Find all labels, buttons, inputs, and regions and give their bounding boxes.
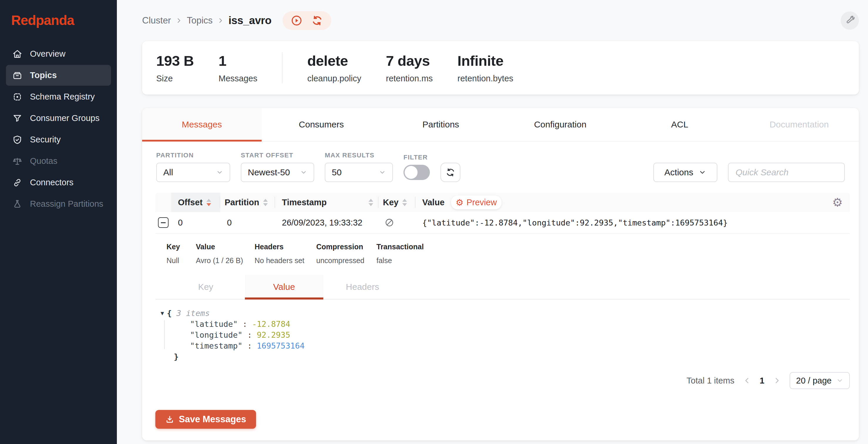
sidebar-item-overview[interactable]: Overview xyxy=(6,43,111,64)
json-field-longitude: "longitude" : 92.2935 xyxy=(161,329,859,340)
tab-consumers[interactable]: Consumers xyxy=(261,108,381,141)
column-header-partition[interactable]: Partition xyxy=(220,193,275,212)
cell-partition: 0 xyxy=(220,218,275,228)
refresh-icon[interactable] xyxy=(311,15,323,26)
chevron-down-icon xyxy=(699,168,706,176)
column-header-label: Partition xyxy=(225,198,259,207)
subtab-value[interactable]: Value xyxy=(245,275,323,299)
sidebar-item-topics[interactable]: Topics xyxy=(6,65,111,86)
stat-value: Infinite xyxy=(458,53,513,69)
collapse-caret-icon[interactable]: ▼ xyxy=(161,310,164,316)
sidebar-item-consumer-groups[interactable]: Consumer Groups xyxy=(6,108,111,129)
tab-documentation[interactable]: Documentation xyxy=(739,108,859,141)
sort-icon xyxy=(263,199,268,206)
meta-value-headers: No headers set xyxy=(255,256,316,265)
page-size-select[interactable]: 20 / page xyxy=(789,372,850,389)
column-header-offset[interactable]: Offset xyxy=(171,193,220,212)
wrench-icon xyxy=(845,15,855,26)
chevron-left-icon xyxy=(743,377,751,384)
stat-messages: 1 Messages xyxy=(218,53,257,84)
breadcrumb: Cluster Topics iss_avro xyxy=(142,11,331,30)
tab-messages[interactable]: Messages xyxy=(142,108,261,141)
topic-quick-actions xyxy=(282,11,331,30)
column-header-timestamp[interactable]: Timestamp xyxy=(275,193,378,212)
json-value: 1695753164 xyxy=(257,341,305,350)
partition-select[interactable]: All xyxy=(156,163,230,182)
preview-button[interactable]: ⚙ Preview xyxy=(451,196,501,210)
json-key: "timestamp" xyxy=(190,341,243,350)
json-value: -12.8784 xyxy=(252,319,290,328)
refresh-messages-button[interactable] xyxy=(440,163,460,182)
actions-button[interactable]: Actions xyxy=(653,163,717,182)
next-page-button[interactable] xyxy=(773,377,781,384)
stats-divider xyxy=(282,52,282,84)
partition-label: PARTITION xyxy=(156,152,230,159)
sidebar-item-quotas[interactable]: Quotas xyxy=(6,151,111,171)
page-number[interactable]: 1 xyxy=(760,376,764,386)
stat-label: retention.ms xyxy=(386,74,433,84)
stat-label: Messages xyxy=(218,74,257,84)
main-content: Cluster Topics iss_avro 193 B Size 1 Mes… xyxy=(117,0,868,444)
sidebar-item-label: Quotas xyxy=(30,156,58,166)
refresh-icon xyxy=(445,167,456,178)
message-row[interactable]: 0 0 26/09/2023, 19:33:32 {"latitude":-12… xyxy=(155,212,850,234)
sort-icon xyxy=(207,199,211,206)
stat-retention-ms: 7 days retention.ms xyxy=(386,53,433,84)
payload-subtabs: Key Value Headers xyxy=(166,275,850,299)
stat-retention-bytes: Infinite retention.bytes xyxy=(458,53,513,84)
tab-partitions[interactable]: Partitions xyxy=(381,108,501,141)
json-tree-viewer: ▼{3 items "latitude" : -12.8784 "longitu… xyxy=(155,308,859,362)
max-results-select[interactable]: 50 xyxy=(325,163,393,182)
json-key: "longitude" xyxy=(190,330,243,340)
column-header-key[interactable]: Key xyxy=(378,193,415,212)
max-results-label: MAX RESULTS xyxy=(325,152,393,159)
chevron-right-icon xyxy=(176,17,182,24)
breadcrumb-topics[interactable]: Topics xyxy=(187,15,213,26)
column-header-value: Value ⚙ Preview ⚙ xyxy=(415,193,850,212)
save-messages-button[interactable]: Save Messages xyxy=(155,410,256,429)
column-header-label: Timestamp xyxy=(282,198,327,207)
save-messages-label: Save Messages xyxy=(179,414,246,424)
meta-label-key: Key xyxy=(166,243,196,251)
stat-label: Size xyxy=(156,74,194,84)
funnel-icon xyxy=(12,113,22,123)
quick-search-input[interactable] xyxy=(728,163,845,182)
sidebar-item-label: Schema Registry xyxy=(30,92,95,102)
toggle-knob xyxy=(405,166,417,179)
subtab-headers[interactable]: Headers xyxy=(323,275,402,299)
prev-page-button[interactable] xyxy=(743,377,751,384)
page-size-value: 20 / page xyxy=(796,376,832,386)
start-offset-select-value: Newest-50 xyxy=(248,167,290,178)
json-field-timestamp: "timestamp" : 1695753164 xyxy=(161,340,859,351)
topbar: Cluster Topics iss_avro xyxy=(142,0,859,41)
stat-value: 193 B xyxy=(156,53,194,69)
sort-icon xyxy=(402,199,407,206)
shield-icon xyxy=(12,135,22,145)
breadcrumb-cluster[interactable]: Cluster xyxy=(142,15,171,26)
pagination-total: Total 1 items xyxy=(686,376,734,386)
meta-value-transactional: false xyxy=(376,256,441,265)
play-circle-icon[interactable] xyxy=(291,15,303,26)
tab-configuration[interactable]: Configuration xyxy=(500,108,620,141)
sidebar-item-security[interactable]: Security xyxy=(6,129,111,150)
filter-toggle[interactable] xyxy=(403,165,430,180)
json-items-count: 3 items xyxy=(177,309,210,318)
sidebar-item-label: Connectors xyxy=(30,178,73,187)
start-offset-select[interactable]: Newest-50 xyxy=(241,163,314,182)
sidebar-item-connectors[interactable]: Connectors xyxy=(6,172,111,193)
sidebar-item-schema-registry[interactable]: Schema Registry xyxy=(6,86,111,107)
column-header-label: Value xyxy=(422,198,444,207)
json-value: 92.2935 xyxy=(257,330,290,340)
filter-label: FILTER xyxy=(403,154,430,161)
stat-cleanup-policy: delete cleanup.policy xyxy=(307,53,361,84)
footer-actions: Save Messages xyxy=(142,402,859,441)
sidebar-item-reassign-partitions[interactable]: Reassign Partitions xyxy=(6,193,111,214)
collapse-row-button[interactable] xyxy=(158,217,168,228)
subtab-key[interactable]: Key xyxy=(166,275,245,299)
tab-acl[interactable]: ACL xyxy=(620,108,739,141)
stat-value: 7 days xyxy=(386,53,433,69)
cell-key xyxy=(378,218,415,228)
message-meta: Key Null Value Avro (1 / 26 B) Headers N… xyxy=(166,243,850,265)
table-settings-gear-icon[interactable]: ⚙ xyxy=(832,196,843,209)
settings-wrench-button[interactable] xyxy=(841,11,859,30)
